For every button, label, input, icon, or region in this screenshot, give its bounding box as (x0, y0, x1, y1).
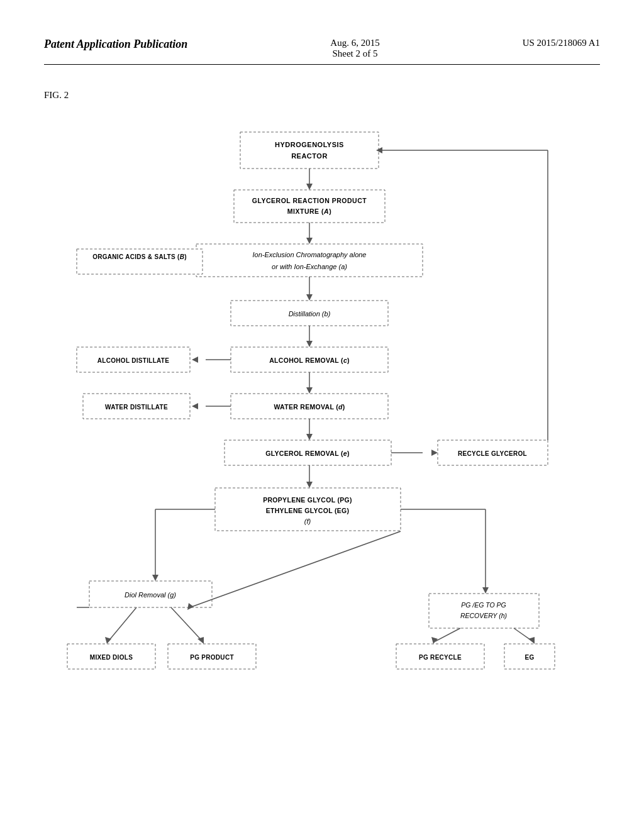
svg-line-71 (435, 628, 460, 641)
svg-marker-70 (197, 637, 204, 644)
svg-marker-74 (528, 637, 535, 644)
svg-rect-17 (77, 249, 203, 274)
svg-marker-56 (152, 575, 158, 581)
page-header: Patent Application Publication Aug. 6, 2… (44, 38, 600, 65)
svg-line-67 (108, 607, 136, 641)
svg-marker-38 (306, 434, 313, 440)
svg-rect-62 (429, 594, 539, 628)
svg-text:EG: EG (525, 654, 534, 661)
svg-text:WATER DISTILLATE: WATER DISTILLATE (105, 404, 168, 411)
svg-line-75 (190, 531, 401, 607)
svg-rect-5 (234, 190, 385, 223)
header-date: Aug. 6, 2015 (330, 38, 379, 48)
svg-text:ALCOHOL DISTILLATE: ALCOHOL DISTILLATE (97, 357, 169, 364)
svg-text:REACTOR: REACTOR (291, 152, 328, 160)
header-patent-number: US 2015/218069 A1 (523, 38, 600, 48)
svg-text:GLYCEROL REACTION PRODUCT: GLYCEROL REACTION PRODUCT (252, 197, 367, 204)
svg-text:ALCOHOL REMOVAL (c): ALCOHOL REMOVAL (c) (269, 357, 350, 364)
svg-marker-16 (306, 294, 313, 301)
svg-marker-26 (192, 357, 198, 363)
svg-text:PROPYLENE GLYCOL (PG): PROPYLENE GLYCOL (PG) (263, 496, 352, 504)
svg-marker-59 (482, 587, 489, 594)
svg-text:PG /EG TO PG: PG /EG TO PG (461, 601, 506, 609)
header-sheet: Sheet 2 of 5 (330, 48, 379, 59)
diagram: HYDROGENOLYSIS REACTOR GLYCEROL REACTION… (44, 113, 600, 792)
svg-marker-34 (192, 403, 198, 409)
svg-text:Distillation (b): Distillation (b) (289, 310, 331, 318)
svg-text:(f): (f) (304, 517, 311, 525)
svg-marker-49 (306, 482, 313, 488)
svg-text:MIXTURE (A): MIXTURE (A) (287, 208, 331, 215)
svg-text:PG RECYCLE: PG RECYCLE (419, 654, 462, 661)
header-title: Patent Application Publication (44, 38, 187, 51)
svg-text:HYDROGENOLYSIS: HYDROGENOLYSIS (275, 141, 344, 148)
svg-text:Diol Removal (g): Diol Removal (g) (125, 591, 176, 599)
svg-text:ORGANIC ACIDS & SALTS (B): ORGANIC ACIDS & SALTS (B) (92, 253, 187, 260)
svg-rect-10 (196, 244, 423, 277)
figure-label: FIG. 2 (44, 90, 600, 101)
svg-text:MIXED DIOLS: MIXED DIOLS (90, 654, 133, 661)
svg-text:PG PRODUCT: PG PRODUCT (190, 654, 234, 661)
svg-text:RECOVERY (h): RECOVERY (h) (460, 612, 507, 619)
svg-marker-30 (306, 387, 313, 394)
svg-marker-22 (306, 341, 313, 347)
svg-text:Ion-Exclusion Chromatography a: Ion-Exclusion Chromatography alone (253, 251, 367, 258)
svg-text:or with Ion-Exchange (a): or with Ion-Exchange (a) (272, 263, 347, 270)
page: Patent Application Publication Aug. 6, 2… (0, 0, 644, 830)
svg-text:RECYCLE GLYCEROL: RECYCLE GLYCEROL (458, 450, 527, 457)
svg-marker-9 (306, 238, 313, 244)
svg-marker-42 (431, 450, 438, 456)
svg-text:WATER REMOVAL (d): WATER REMOVAL (d) (274, 403, 345, 411)
svg-text:ETHYLENE GLYCOL (EG): ETHYLENE GLYCOL (EG) (266, 507, 350, 514)
svg-text:GLYCEROL REMOVAL (e): GLYCEROL REMOVAL (e) (265, 450, 349, 457)
svg-marker-4 (306, 184, 313, 190)
svg-rect-0 (240, 132, 379, 169)
header-center: Aug. 6, 2015 Sheet 2 of 5 (330, 38, 379, 59)
svg-line-69 (171, 607, 203, 641)
